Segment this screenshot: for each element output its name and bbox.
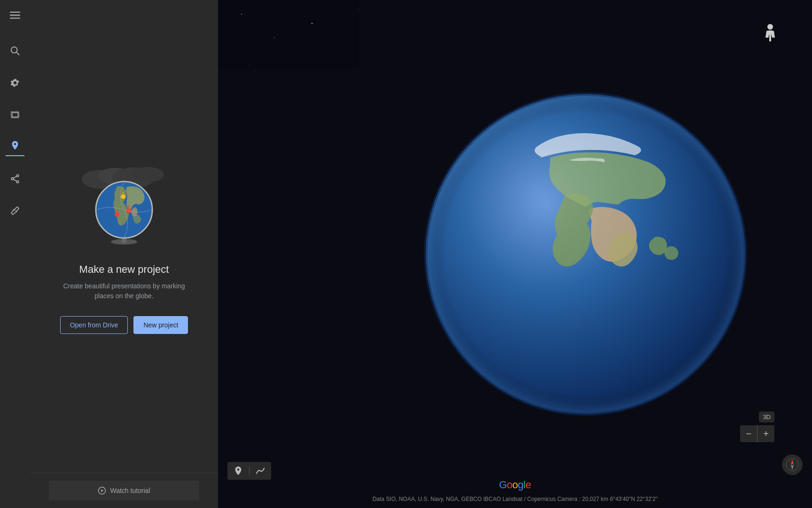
share-icon[interactable] <box>6 169 24 188</box>
toolbar-divider <box>249 466 250 476</box>
side-panel: Make a new project Create beautiful pres… <box>30 0 218 508</box>
zoom-minus-button[interactable]: − <box>740 425 757 442</box>
settings-icon[interactable] <box>6 73 24 92</box>
svg-point-9 <box>16 181 19 183</box>
panel-title: Make a new project <box>79 263 169 276</box>
sidebar <box>0 0 30 508</box>
globe-illustration <box>72 158 176 252</box>
svg-rect-6 <box>12 112 18 117</box>
route-toolbar-icon[interactable] <box>255 466 265 476</box>
watch-tutorial-bar: Watch tutorial <box>30 473 218 508</box>
measure-icon[interactable] <box>6 201 24 220</box>
compass-button[interactable] <box>782 454 803 475</box>
play-circle-icon <box>98 486 106 495</box>
svg-point-70 <box>767 24 773 30</box>
svg-point-8 <box>11 178 14 180</box>
svg-point-28 <box>115 212 119 217</box>
svg-point-19 <box>131 167 164 182</box>
place-toolbar-icon[interactable] <box>233 466 243 476</box>
open-drive-button[interactable]: Open from Drive <box>60 316 128 334</box>
svg-rect-1 <box>10 15 20 16</box>
watch-tutorial-button[interactable]: Watch tutorial <box>49 481 199 500</box>
svg-point-26 <box>121 194 125 199</box>
svg-rect-0 <box>10 12 20 13</box>
zoom-controls: − + <box>740 425 774 442</box>
panel-buttons: Open from Drive New project <box>60 316 188 334</box>
search-icon[interactable] <box>6 41 24 60</box>
attribution-text: Data SIO, NOAA, U.S. Navy, NGA, GEBCO IB… <box>373 496 658 502</box>
watch-tutorial-label: Watch tutorial <box>110 487 150 494</box>
google-logo: Google <box>499 479 531 491</box>
menu-icon[interactable] <box>6 6 24 24</box>
3d-badge[interactable]: 3D <box>759 412 774 422</box>
svg-point-3 <box>11 47 17 53</box>
new-project-button[interactable]: New project <box>133 316 188 334</box>
svg-marker-31 <box>102 489 104 492</box>
panel-description: Create beautiful presentations by markin… <box>58 281 190 301</box>
map-area[interactable]: Google Data SIO, NOAA, U.S. Navy, NGA, G… <box>218 0 812 508</box>
svg-line-4 <box>16 52 19 55</box>
zoom-plus-button[interactable]: + <box>757 425 774 442</box>
svg-line-10 <box>14 176 17 178</box>
location-icon[interactable] <box>6 137 24 156</box>
svg-line-11 <box>14 179 17 181</box>
svg-rect-2 <box>10 18 20 19</box>
panel-content: Make a new project Create beautiful pres… <box>30 0 218 473</box>
earth-globe <box>409 78 762 430</box>
map-toolbar <box>227 462 271 480</box>
svg-point-7 <box>16 175 19 177</box>
layers-icon[interactable] <box>6 105 24 124</box>
earth-container <box>218 0 812 508</box>
pegman-icon[interactable] <box>764 24 777 45</box>
